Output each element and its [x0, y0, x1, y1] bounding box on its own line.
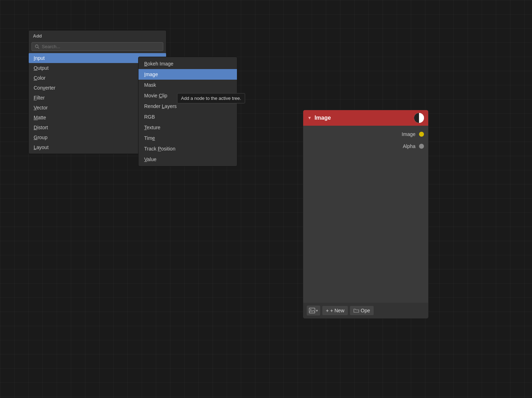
- submenu-item-mask-label: Mask: [144, 82, 156, 88]
- menu-item-filter-label: Filter: [34, 95, 45, 101]
- menu-item-vector-label: Vector: [34, 105, 48, 110]
- open-label: Ope: [361, 308, 370, 313]
- node-header: ▼ Image: [303, 110, 428, 126]
- menu-item-output-label: Output: [34, 65, 49, 71]
- node-title: Image: [315, 115, 411, 121]
- plus-icon: +: [326, 308, 329, 313]
- search-container: [29, 41, 166, 53]
- submenu-item-render-layers-label: Render Layers: [144, 103, 177, 109]
- node-new-button[interactable]: + + New: [322, 306, 348, 315]
- submenu-item-rgb[interactable]: RGB: [138, 112, 237, 122]
- submenu-item-movie[interactable]: Movie Clip: [138, 90, 237, 101]
- image-node: ▼ Image Image Alpha ▾ + + New: [303, 110, 429, 319]
- new-label: + New: [330, 308, 344, 313]
- node-footer: ▾ + + New Ope: [303, 303, 428, 318]
- search-box[interactable]: [32, 42, 163, 51]
- chevron-down-icon: ▾: [316, 308, 318, 313]
- input-submenu: Bokeh Image Image Mask Movie Clip Render…: [138, 57, 237, 166]
- node-socket-alpha[interactable]: [419, 144, 424, 149]
- node-output-image: Image: [307, 131, 424, 137]
- submenu-item-mask[interactable]: Mask: [138, 80, 237, 90]
- submenu-item-bokeh-image-label: Bokeh Image: [144, 61, 174, 67]
- submenu-item-track-position[interactable]: Track Position: [138, 143, 237, 154]
- submenu-item-rgb-label: RGB: [144, 114, 155, 120]
- submenu-item-image-label: Image: [144, 72, 158, 77]
- node-output-image-label: Image: [402, 131, 415, 137]
- node-output-alpha-label: Alpha: [403, 143, 415, 149]
- submenu-item-image[interactable]: Image: [138, 69, 237, 80]
- svg-point-3: [310, 309, 311, 310]
- node-collapse-arrow[interactable]: ▼: [307, 115, 312, 120]
- submenu-item-track-position-label: Track Position: [144, 146, 175, 152]
- menu-item-layout-label: Layout: [34, 144, 49, 150]
- folder-icon: [353, 308, 359, 313]
- submenu-item-time[interactable]: Time: [138, 133, 237, 143]
- submenu-item-movie-label: Movie Clip: [144, 93, 167, 98]
- menu-item-color-label: Color: [34, 75, 45, 81]
- menu-item-group-label: Group: [34, 135, 47, 140]
- menu-item-input-label: Input: [34, 55, 45, 61]
- svg-rect-2: [309, 308, 315, 313]
- image-icon: [309, 307, 315, 314]
- submenu-item-texture-label: Texture: [144, 125, 160, 130]
- node-open-button[interactable]: Ope: [350, 306, 373, 315]
- node-image-selector-button[interactable]: ▾: [307, 306, 320, 315]
- search-input[interactable]: [42, 44, 160, 49]
- node-output-alpha: Alpha: [307, 143, 424, 149]
- submenu-item-value[interactable]: Value: [138, 154, 237, 165]
- submenu-item-bokeh-image[interactable]: Bokeh Image: [138, 58, 237, 69]
- submenu-item-render-layers[interactable]: Render Layers: [138, 101, 237, 112]
- add-menu-title: Add: [29, 32, 166, 41]
- node-socket-image[interactable]: [419, 132, 424, 137]
- submenu-item-time-label: Time: [144, 135, 155, 141]
- submenu-item-texture[interactable]: Texture: [138, 122, 237, 133]
- svg-line-1: [38, 47, 39, 49]
- menu-item-distort-label: Distort: [34, 125, 48, 130]
- submenu-item-value-label: Value: [144, 157, 157, 162]
- svg-point-0: [35, 45, 38, 47]
- menu-item-matte-label: Matte: [34, 115, 46, 120]
- menu-item-converter-label: Converter: [34, 85, 55, 91]
- node-body: Image Alpha: [303, 126, 428, 303]
- search-icon: [35, 44, 40, 49]
- node-type-icon: [414, 113, 424, 123]
